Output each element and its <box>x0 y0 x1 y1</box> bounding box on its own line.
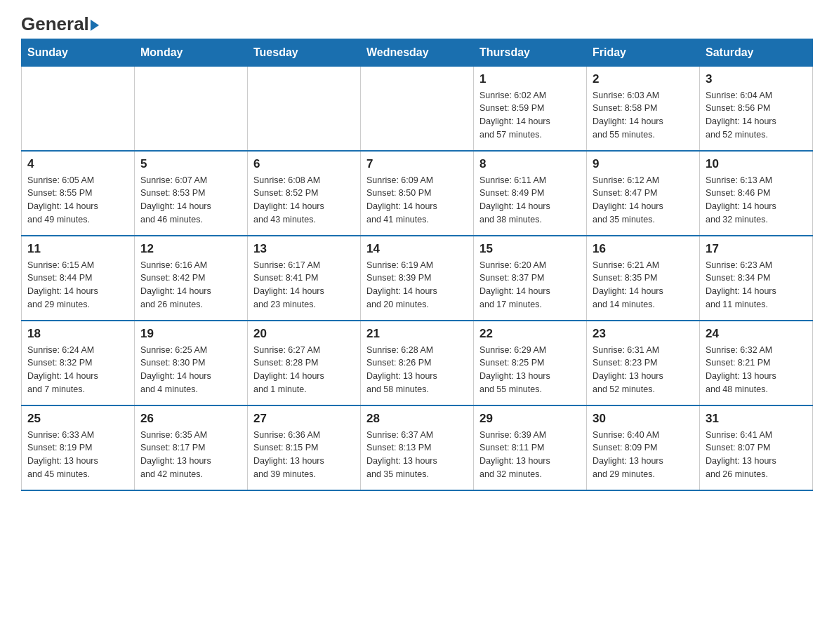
day-number: 17 <box>706 242 807 256</box>
day-info: Sunrise: 6:41 AMSunset: 8:07 PMDaylight:… <box>706 429 807 481</box>
calendar-cell: 10Sunrise: 6:13 AMSunset: 8:46 PMDayligh… <box>700 151 813 236</box>
day-number: 9 <box>593 157 694 171</box>
day-number: 10 <box>706 157 807 171</box>
calendar-week-row: 25Sunrise: 6:33 AMSunset: 8:19 PMDayligh… <box>22 405 813 490</box>
day-number: 18 <box>27 327 128 341</box>
weekday-header-thursday: Thursday <box>474 39 587 66</box>
day-number: 2 <box>593 72 694 86</box>
day-number: 21 <box>366 327 468 341</box>
day-number: 15 <box>479 242 581 256</box>
day-info: Sunrise: 6:31 AMSunset: 8:23 PMDaylight:… <box>593 344 694 396</box>
day-number: 24 <box>706 327 807 341</box>
logo-general-text: General <box>21 14 99 34</box>
weekday-header-friday: Friday <box>587 39 700 66</box>
day-info: Sunrise: 6:11 AMSunset: 8:49 PMDaylight:… <box>479 174 581 227</box>
calendar-cell: 1Sunrise: 6:02 AMSunset: 8:59 PMDaylight… <box>474 66 587 151</box>
day-number: 28 <box>366 412 468 426</box>
day-number: 8 <box>479 157 581 171</box>
day-info: Sunrise: 6:37 AMSunset: 8:13 PMDaylight:… <box>366 429 468 481</box>
day-number: 16 <box>593 242 694 256</box>
calendar-cell: 15Sunrise: 6:20 AMSunset: 8:37 PMDayligh… <box>474 236 587 321</box>
day-number: 3 <box>706 72 807 86</box>
day-info: Sunrise: 6:13 AMSunset: 8:46 PMDaylight:… <box>706 174 807 227</box>
day-info: Sunrise: 6:16 AMSunset: 8:42 PMDaylight:… <box>140 259 241 311</box>
calendar-cell: 6Sunrise: 6:08 AMSunset: 8:52 PMDaylight… <box>248 151 361 236</box>
day-info: Sunrise: 6:02 AMSunset: 8:59 PMDaylight:… <box>479 89 581 142</box>
weekday-header-wednesday: Wednesday <box>361 39 474 66</box>
day-number: 7 <box>366 157 468 171</box>
day-info: Sunrise: 6:21 AMSunset: 8:35 PMDaylight:… <box>593 259 694 311</box>
day-info: Sunrise: 6:32 AMSunset: 8:21 PMDaylight:… <box>706 344 807 396</box>
calendar-cell <box>135 66 248 151</box>
calendar-cell: 9Sunrise: 6:12 AMSunset: 8:47 PMDaylight… <box>587 151 700 236</box>
day-info: Sunrise: 6:05 AMSunset: 8:55 PMDaylight:… <box>27 174 128 227</box>
day-info: Sunrise: 6:12 AMSunset: 8:47 PMDaylight:… <box>593 174 694 227</box>
calendar-cell: 14Sunrise: 6:19 AMSunset: 8:39 PMDayligh… <box>361 236 474 321</box>
day-info: Sunrise: 6:25 AMSunset: 8:30 PMDaylight:… <box>140 344 241 396</box>
day-number: 13 <box>253 242 355 256</box>
calendar-week-row: 18Sunrise: 6:24 AMSunset: 8:32 PMDayligh… <box>22 321 813 405</box>
day-info: Sunrise: 6:15 AMSunset: 8:44 PMDaylight:… <box>27 259 128 311</box>
day-number: 30 <box>593 412 694 426</box>
day-info: Sunrise: 6:04 AMSunset: 8:56 PMDaylight:… <box>706 89 807 142</box>
logo: General <box>21 14 99 32</box>
day-number: 19 <box>140 327 241 341</box>
day-info: Sunrise: 6:24 AMSunset: 8:32 PMDaylight:… <box>27 344 128 396</box>
day-info: Sunrise: 6:09 AMSunset: 8:50 PMDaylight:… <box>366 174 468 227</box>
calendar-cell: 22Sunrise: 6:29 AMSunset: 8:25 PMDayligh… <box>474 321 587 405</box>
calendar-cell: 30Sunrise: 6:40 AMSunset: 8:09 PMDayligh… <box>587 405 700 490</box>
day-number: 22 <box>479 327 581 341</box>
day-number: 4 <box>27 157 128 171</box>
day-info: Sunrise: 6:36 AMSunset: 8:15 PMDaylight:… <box>253 429 355 481</box>
calendar-cell: 2Sunrise: 6:03 AMSunset: 8:58 PMDaylight… <box>587 66 700 151</box>
calendar-cell: 28Sunrise: 6:37 AMSunset: 8:13 PMDayligh… <box>361 405 474 490</box>
calendar-cell: 8Sunrise: 6:11 AMSunset: 8:49 PMDaylight… <box>474 151 587 236</box>
day-number: 29 <box>479 412 581 426</box>
day-info: Sunrise: 6:20 AMSunset: 8:37 PMDaylight:… <box>479 259 581 311</box>
day-number: 1 <box>479 72 581 86</box>
day-info: Sunrise: 6:40 AMSunset: 8:09 PMDaylight:… <box>593 429 694 481</box>
logo-arrow-icon <box>91 20 99 31</box>
calendar-cell: 18Sunrise: 6:24 AMSunset: 8:32 PMDayligh… <box>22 321 135 405</box>
day-info: Sunrise: 6:17 AMSunset: 8:41 PMDaylight:… <box>253 259 355 311</box>
calendar-header-row: SundayMondayTuesdayWednesdayThursdayFrid… <box>22 39 813 66</box>
calendar-cell: 26Sunrise: 6:35 AMSunset: 8:17 PMDayligh… <box>135 405 248 490</box>
day-info: Sunrise: 6:28 AMSunset: 8:26 PMDaylight:… <box>366 344 468 396</box>
calendar-cell: 29Sunrise: 6:39 AMSunset: 8:11 PMDayligh… <box>474 405 587 490</box>
day-number: 23 <box>593 327 694 341</box>
day-info: Sunrise: 6:23 AMSunset: 8:34 PMDaylight:… <box>706 259 807 311</box>
calendar-cell: 23Sunrise: 6:31 AMSunset: 8:23 PMDayligh… <box>587 321 700 405</box>
calendar-cell <box>248 66 361 151</box>
calendar-cell: 11Sunrise: 6:15 AMSunset: 8:44 PMDayligh… <box>22 236 135 321</box>
day-number: 12 <box>140 242 241 256</box>
day-info: Sunrise: 6:07 AMSunset: 8:53 PMDaylight:… <box>140 174 241 227</box>
calendar-cell <box>22 66 135 151</box>
day-number: 20 <box>253 327 355 341</box>
day-number: 14 <box>366 242 468 256</box>
day-info: Sunrise: 6:03 AMSunset: 8:58 PMDaylight:… <box>593 89 694 142</box>
calendar-cell: 7Sunrise: 6:09 AMSunset: 8:50 PMDaylight… <box>361 151 474 236</box>
calendar-cell: 27Sunrise: 6:36 AMSunset: 8:15 PMDayligh… <box>248 405 361 490</box>
calendar-cell: 21Sunrise: 6:28 AMSunset: 8:26 PMDayligh… <box>361 321 474 405</box>
calendar-cell: 25Sunrise: 6:33 AMSunset: 8:19 PMDayligh… <box>22 405 135 490</box>
weekday-header-monday: Monday <box>135 39 248 66</box>
day-number: 11 <box>27 242 128 256</box>
day-number: 6 <box>253 157 355 171</box>
calendar-cell <box>361 66 474 151</box>
calendar-week-row: 4Sunrise: 6:05 AMSunset: 8:55 PMDaylight… <box>22 151 813 236</box>
calendar-week-row: 1Sunrise: 6:02 AMSunset: 8:59 PMDaylight… <box>22 66 813 151</box>
calendar-table: SundayMondayTuesdayWednesdayThursdayFrid… <box>21 39 813 491</box>
day-info: Sunrise: 6:33 AMSunset: 8:19 PMDaylight:… <box>27 429 128 481</box>
calendar-cell: 16Sunrise: 6:21 AMSunset: 8:35 PMDayligh… <box>587 236 700 321</box>
day-number: 31 <box>706 412 807 426</box>
page-header: General <box>21 14 813 32</box>
calendar-week-row: 11Sunrise: 6:15 AMSunset: 8:44 PMDayligh… <box>22 236 813 321</box>
day-info: Sunrise: 6:27 AMSunset: 8:28 PMDaylight:… <box>253 344 355 396</box>
day-info: Sunrise: 6:39 AMSunset: 8:11 PMDaylight:… <box>479 429 581 481</box>
calendar-cell: 17Sunrise: 6:23 AMSunset: 8:34 PMDayligh… <box>700 236 813 321</box>
day-number: 26 <box>140 412 241 426</box>
weekday-header-saturday: Saturday <box>700 39 813 66</box>
day-info: Sunrise: 6:29 AMSunset: 8:25 PMDaylight:… <box>479 344 581 396</box>
weekday-header-sunday: Sunday <box>22 39 135 66</box>
calendar-cell: 31Sunrise: 6:41 AMSunset: 8:07 PMDayligh… <box>700 405 813 490</box>
